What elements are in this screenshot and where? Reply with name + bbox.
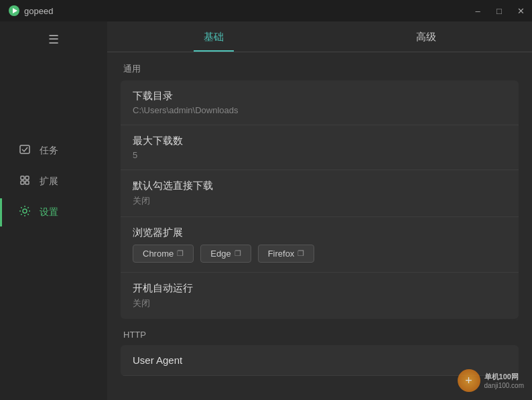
browser-buttons-group: Chrome ❐ Edge ❐ Firefox ❐ bbox=[133, 245, 507, 263]
settings-row-download-dir[interactable]: 下载目录 C:\Users\admin\Downloads bbox=[121, 80, 519, 125]
watermark-site-url: danji100.com bbox=[484, 382, 524, 389]
settings-row-autostart[interactable]: 开机自动运行 关闭 bbox=[121, 273, 519, 319]
sidebar: ☰ 任务 bbox=[0, 21, 107, 400]
settings-row-direct-download[interactable]: 默认勾选直接下载 关闭 bbox=[121, 170, 519, 217]
settings-scroll-area[interactable]: 通用 下载目录 C:\Users\admin\Downloads 最大下载数 5… bbox=[107, 52, 532, 400]
app-title: gopeed bbox=[24, 6, 53, 16]
titlebar: gopeed – □ ✕ bbox=[0, 0, 532, 21]
watermark-plus-icon: + bbox=[465, 374, 472, 388]
max-downloads-value: 5 bbox=[133, 150, 507, 160]
edge-label: Edge bbox=[210, 249, 230, 259]
settings-row-max-downloads[interactable]: 最大下载数 5 bbox=[121, 125, 519, 170]
direct-download-label: 默认勾选直接下载 bbox=[133, 180, 507, 192]
watermark-text-block: 单机100网 danji100.com bbox=[484, 372, 524, 389]
watermark: + 单机100网 danji100.com bbox=[458, 369, 524, 392]
autostart-label: 开机自动运行 bbox=[133, 282, 507, 295]
autostart-value: 关闭 bbox=[133, 297, 507, 310]
svg-rect-3 bbox=[21, 176, 24, 180]
tab-bar: 基础 高级 bbox=[107, 21, 532, 52]
direct-download-value: 关闭 bbox=[133, 195, 507, 207]
chrome-button[interactable]: Chrome ❐ bbox=[133, 245, 194, 263]
sidebar-nav: 任务 扩展 bbox=[0, 137, 107, 226]
svg-rect-4 bbox=[25, 176, 29, 180]
hamburger-menu[interactable]: ☰ bbox=[0, 27, 107, 56]
svg-point-7 bbox=[23, 209, 27, 213]
svg-rect-2 bbox=[20, 145, 29, 153]
app-layout: ☰ 任务 bbox=[0, 21, 532, 400]
close-button[interactable]: ✕ bbox=[515, 5, 527, 17]
tab-basic[interactable]: 基础 bbox=[107, 21, 320, 52]
tab-advanced[interactable]: 高级 bbox=[320, 21, 532, 52]
minimize-button[interactable]: – bbox=[472, 5, 484, 17]
app-icon bbox=[8, 5, 20, 17]
general-section-label: 通用 bbox=[121, 63, 519, 75]
edge-ext-icon: ❐ bbox=[235, 249, 241, 258]
chrome-ext-icon: ❐ bbox=[177, 249, 184, 258]
sidebar-item-label-tasks: 任务 bbox=[40, 145, 58, 157]
sidebar-item-label-extensions: 扩展 bbox=[40, 176, 58, 188]
svg-rect-6 bbox=[25, 181, 29, 184]
edge-button[interactable]: Edge ❐ bbox=[200, 245, 251, 263]
download-dir-value: C:\Users\admin\Downloads bbox=[133, 105, 507, 115]
http-section-label: HTTP bbox=[121, 330, 519, 340]
chrome-label: Chrome bbox=[143, 249, 174, 259]
firefox-button[interactable]: Firefox ❐ bbox=[258, 245, 315, 263]
tasks-icon bbox=[18, 143, 31, 158]
sidebar-item-tasks[interactable]: 任务 bbox=[0, 137, 107, 165]
window-controls: – □ ✕ bbox=[472, 5, 527, 17]
watermark-logo-icon: + bbox=[458, 369, 480, 392]
download-dir-label: 下载目录 bbox=[133, 90, 507, 103]
app-logo: gopeed bbox=[8, 5, 53, 17]
sidebar-item-settings[interactable]: 设置 bbox=[0, 198, 107, 226]
svg-rect-5 bbox=[21, 181, 24, 184]
firefox-label: Firefox bbox=[268, 249, 295, 259]
max-downloads-label: 最大下载数 bbox=[133, 135, 507, 147]
user-agent-label: User Agent bbox=[133, 354, 507, 366]
watermark-site-name: 单机100网 bbox=[484, 372, 519, 382]
settings-row-browser-extension: 浏览器扩展 Chrome ❐ Edge ❐ Firefox ❐ bbox=[121, 217, 519, 273]
sidebar-item-extensions[interactable]: 扩展 bbox=[0, 168, 107, 196]
settings-icon bbox=[18, 205, 31, 220]
maximize-button[interactable]: □ bbox=[493, 5, 505, 17]
content-area: 基础 高级 通用 下载目录 C:\Users\admin\Downloads 最… bbox=[107, 21, 532, 400]
general-settings-card: 下载目录 C:\Users\admin\Downloads 最大下载数 5 默认… bbox=[121, 80, 519, 319]
extensions-icon bbox=[18, 174, 31, 189]
firefox-ext-icon: ❐ bbox=[297, 249, 304, 258]
browser-extension-label: 浏览器扩展 bbox=[133, 226, 507, 239]
hamburger-icon: ☰ bbox=[48, 34, 59, 46]
sidebar-item-label-settings: 设置 bbox=[40, 206, 58, 218]
